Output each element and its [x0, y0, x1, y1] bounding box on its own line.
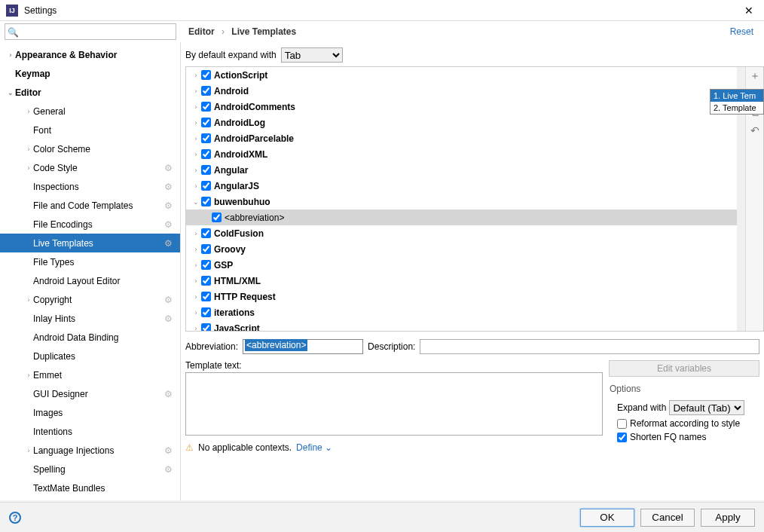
add-popup[interactable]: 1. Live Tem 2. Template: [710, 89, 764, 115]
tree-group[interactable]: ›Android: [186, 83, 737, 99]
chevron-right-icon: ›: [24, 108, 33, 115]
abbrev-input[interactable]: <abbreviation>: [243, 339, 363, 354]
sidebar-item[interactable]: ›Appearance & Behavior: [0, 45, 180, 64]
expandwith-select[interactable]: Default (Tab): [669, 400, 744, 415]
cancel-button[interactable]: Cancel: [640, 509, 695, 527]
group-checkbox[interactable]: [201, 149, 211, 159]
sidebar-item[interactable]: Font: [0, 121, 180, 139]
group-checkbox[interactable]: [201, 86, 211, 96]
group-checkbox[interactable]: [201, 102, 211, 112]
titlebar: IJ Settings ✕: [0, 0, 764, 21]
tree-group[interactable]: ›HTTP Request: [186, 289, 737, 304]
group-checkbox[interactable]: [201, 70, 211, 80]
sidebar-item[interactable]: GUI Designer⚙: [0, 384, 180, 403]
tree-group[interactable]: ›HTML/XML: [186, 273, 737, 289]
group-checkbox[interactable]: [201, 323, 211, 331]
apply-button[interactable]: Apply: [701, 509, 755, 527]
chevron-right-icon: ›: [191, 293, 201, 301]
tree-group[interactable]: ›ColdFusion: [186, 225, 737, 241]
tree-group[interactable]: ›Groovy: [186, 241, 737, 257]
expand-default-select[interactable]: Tab: [281, 47, 343, 63]
add-button[interactable]: ＋: [747, 69, 762, 84]
template-text-input[interactable]: [185, 372, 603, 436]
sidebar-item[interactable]: ›Language Injections⚙: [0, 441, 180, 460]
sidebar[interactable]: ›Appearance & BehaviorKeymap⌄Editor›Gene…: [0, 42, 181, 500]
group-checkbox[interactable]: [201, 228, 211, 238]
group-label: Groovy: [214, 244, 246, 255]
group-checkbox[interactable]: [201, 118, 211, 127]
search-icon: 🔍: [8, 27, 19, 38]
sidebar-item[interactable]: Android Layout Editor: [0, 271, 180, 290]
group-checkbox[interactable]: [201, 260, 211, 270]
tree-group[interactable]: ›AndroidXML: [186, 146, 737, 162]
tree-group[interactable]: ›AndroidLog: [186, 115, 737, 130]
group-checkbox[interactable]: [201, 292, 211, 301]
group-label: AndroidLog: [214, 118, 265, 128]
sidebar-item[interactable]: File and Code Templates⚙: [0, 196, 180, 215]
ok-button[interactable]: OK: [580, 509, 634, 527]
reformat-checkbox[interactable]: [617, 419, 627, 429]
expand-default-row: By default expand with Tab: [185, 47, 764, 66]
sidebar-item[interactable]: Inspections⚙: [0, 177, 180, 196]
shorten-checkbox[interactable]: [617, 433, 627, 442]
close-icon[interactable]: ✕: [740, 5, 758, 17]
group-label: buwenbuhuo: [214, 197, 270, 207]
tree-group[interactable]: ›Angular: [186, 162, 737, 178]
tree-group[interactable]: ›ActionScript: [186, 67, 737, 83]
search-input[interactable]: [5, 23, 176, 40]
tree-group[interactable]: ›AndroidParcelable: [186, 130, 737, 146]
sidebar-item[interactable]: Live Templates⚙: [0, 234, 180, 252]
sidebar-item[interactable]: Images: [0, 403, 180, 422]
chevron-right-icon: ›: [191, 277, 201, 285]
sidebar-item[interactable]: ›General: [0, 102, 180, 121]
sidebar-item-label: Android Layout Editor: [33, 276, 120, 286]
group-checkbox[interactable]: [201, 244, 211, 254]
sidebar-item[interactable]: ›Copyright⚙: [0, 290, 180, 309]
group-label: AndroidXML: [214, 149, 267, 160]
sidebar-item[interactable]: File Types: [0, 252, 180, 271]
gear-icon: ⚙: [164, 163, 173, 173]
sidebar-item[interactable]: ›Emmet: [0, 365, 180, 384]
tree-group[interactable]: ›GSP: [186, 257, 737, 273]
chevron-right-icon: ›: [24, 296, 33, 304]
group-checkbox[interactable]: [201, 276, 211, 286]
desc-label: Description:: [368, 341, 415, 352]
content-pane: By default expand with Tab ›ActionScript…: [181, 42, 764, 500]
sidebar-item[interactable]: ⌄Editor: [0, 83, 180, 102]
expand-default-label: By default expand with: [185, 50, 277, 60]
template-tree[interactable]: ›ActionScript›Android›AndroidComments›An…: [186, 67, 738, 331]
sidebar-item[interactable]: Intentions: [0, 422, 180, 441]
sidebar-item[interactable]: Keymap: [0, 64, 180, 83]
tree-group[interactable]: ⌄buwenbuhuo: [186, 194, 737, 209]
tree-group[interactable]: ›AndroidComments: [186, 99, 737, 115]
group-checkbox[interactable]: [201, 181, 211, 191]
sidebar-item-label: Copyright: [33, 295, 72, 305]
tree-group[interactable]: ›JavaScript: [186, 320, 737, 331]
tree-template[interactable]: <abbreviation>: [186, 209, 737, 225]
desc-input[interactable]: [420, 339, 759, 354]
sidebar-item[interactable]: Android Data Binding: [0, 328, 180, 347]
group-checkbox[interactable]: [201, 307, 211, 317]
sidebar-item-label: Intentions: [33, 427, 72, 437]
group-checkbox[interactable]: [201, 133, 211, 143]
help-icon[interactable]: ?: [9, 512, 21, 524]
popup-item-live-template[interactable]: 1. Live Tem: [711, 90, 763, 102]
undo-button[interactable]: ↶: [747, 123, 762, 138]
reset-link[interactable]: Reset: [730, 26, 764, 37]
sidebar-item[interactable]: File Encodings⚙: [0, 215, 180, 234]
sidebar-item[interactable]: Duplicates: [0, 347, 180, 365]
chevron-right-icon: ›: [217, 26, 229, 37]
tree-group[interactable]: ›iterations: [186, 304, 737, 320]
define-link[interactable]: Define ⌄: [296, 442, 332, 453]
sidebar-item[interactable]: ›Code Style⚙: [0, 158, 180, 177]
sidebar-item[interactable]: Inlay Hints⚙: [0, 309, 180, 328]
chevron-right-icon: ›: [191, 72, 201, 79]
sidebar-item[interactable]: TextMate Bundles: [0, 478, 180, 497]
group-checkbox[interactable]: [201, 197, 211, 206]
template-checkbox[interactable]: [212, 212, 222, 222]
sidebar-item[interactable]: Spelling⚙: [0, 460, 180, 478]
tree-group[interactable]: ›AngularJS: [186, 178, 737, 194]
popup-item-template-group[interactable]: 2. Template: [711, 102, 763, 114]
sidebar-item[interactable]: ›Color Scheme: [0, 139, 180, 158]
group-checkbox[interactable]: [201, 165, 211, 175]
